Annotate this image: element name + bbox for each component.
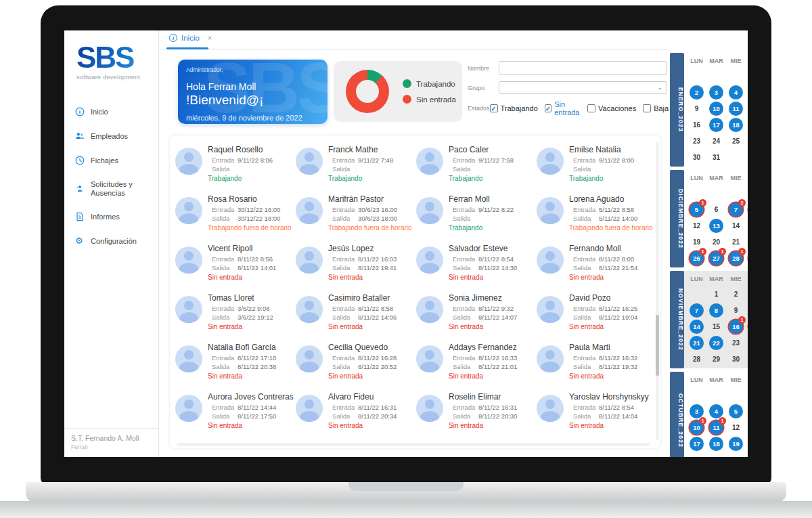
calendar-day[interactable]: 18 <box>726 118 746 132</box>
calendar-day[interactable]: 10 <box>746 303 748 318</box>
employee-card[interactable]: Natalia Bofi García Entrada 8/11/22 17:1… <box>175 343 296 392</box>
calendar-day[interactable]: 19 <box>746 118 748 132</box>
checkbox-vacaciones[interactable]: Vacaciones <box>587 104 636 112</box>
calendar-day[interactable]: 24 <box>706 137 726 145</box>
calendar-day[interactable]: 25 <box>726 137 746 145</box>
employee-card[interactable]: Aurora Joves Contreras Entrada 8/11/22 1… <box>175 392 296 441</box>
calendar-day[interactable]: 7 <box>687 303 706 318</box>
calendar-day[interactable]: 23 <box>726 339 746 347</box>
calendar-day[interactable]: 9 <box>687 105 706 112</box>
calendar-day[interactable]: 6 <box>706 206 726 213</box>
calendar-day[interactable]: 16 <box>687 121 706 129</box>
sidebar-item-inicio[interactable]: Inicio <box>64 100 158 124</box>
employee-card[interactable]: Raquel Rosello Entrada 9/11/22 8:06 Sali… <box>175 145 296 194</box>
vertical-scrollbar-thumb[interactable] <box>656 315 659 376</box>
calendar-day[interactable]: 19 <box>726 437 746 451</box>
calendar-day[interactable]: 3 <box>706 85 726 100</box>
employee-card[interactable]: Ferran Moll Entrada 9/11/22 8:22 Salida … <box>416 194 537 244</box>
employee-card[interactable]: Lorena Aguado Entrada 5/11/22 8:58 Salid… <box>537 194 657 244</box>
grupo-select[interactable]: ⌄ <box>499 81 667 94</box>
calendar-day[interactable]: 14 <box>687 320 706 334</box>
employee-card[interactable]: Roselin Elimar Entrada 8/11/22 16:31 Sal… <box>416 392 537 441</box>
checkbox-baja[interactable]: Baja <box>643 104 669 112</box>
employee-card[interactable]: Vicent Ripoll Entrada 8/11/22 8:56 Salid… <box>175 244 296 293</box>
calendar-day[interactable]: 5 <box>726 404 746 418</box>
calendar-day[interactable]: 291 <box>746 251 748 265</box>
calendar-day[interactable]: 14 <box>726 222 746 230</box>
employee-card[interactable]: Alvaro Fideu Entrada 8/11/22 16:31 Salid… <box>296 392 416 441</box>
employee-card[interactable]: Paula Marti Entrada 8/11/22 16:32 Salida… <box>537 343 657 392</box>
employee-card[interactable]: David Pozo Entrada 8/11/22 16:25 Salida … <box>537 293 657 343</box>
employee-card[interactable]: Yaroslav Horshynskyy Entrada 8/11/22 8:5… <box>537 392 657 441</box>
calendar-day[interactable]: 30 <box>687 154 706 161</box>
tab-inicio[interactable]: i Inicio × <box>168 34 215 46</box>
calendar-day[interactable]: 4 <box>726 85 746 100</box>
calendar-day[interactable]: 21 <box>726 238 746 246</box>
calendar-day[interactable]: 22 <box>746 238 748 246</box>
calendar-day[interactable]: 13 <box>746 420 748 435</box>
calendar-day[interactable]: 29 <box>706 355 726 363</box>
calendar-day[interactable]: 23 <box>687 137 706 145</box>
calendar-day[interactable]: 26 <box>726 456 746 458</box>
checkbox-sin-entrada[interactable]: ✓Sin entrada <box>545 100 581 116</box>
calendar-day[interactable]: 20 <box>746 437 748 451</box>
calendar-day[interactable]: 2 <box>726 290 746 298</box>
employee-card[interactable]: Salvador Esteve Entrada 8/11/22 8:54 Sal… <box>416 244 537 293</box>
calendar-day[interactable]: 25 <box>706 456 726 458</box>
employee-card[interactable]: Tomas Lloret Entrada 3/6/22 9:08 Salida … <box>175 293 296 343</box>
calendar-day[interactable]: 171 <box>746 320 748 334</box>
calendar-day[interactable]: 5 <box>746 85 748 100</box>
calendar-day[interactable]: 12 <box>746 102 748 116</box>
calendar-day[interactable]: 72 <box>726 202 746 217</box>
employee-card[interactable]: Casimiro Bataller Entrada 8/11/22 8:58 S… <box>296 293 416 343</box>
calendar-day[interactable]: 101 <box>687 420 706 435</box>
nombre-input[interactable] <box>499 61 667 75</box>
calendar-day[interactable]: 17 <box>706 118 726 132</box>
calendar-day[interactable]: 2 <box>687 85 706 100</box>
vertical-scrollbar[interactable] <box>656 142 659 440</box>
calendar-day[interactable]: 20 <box>706 238 726 246</box>
calendar-day[interactable]: 51 <box>687 202 706 217</box>
calendar-day[interactable]: 81 <box>746 202 748 217</box>
calendar-day[interactable]: 27 <box>746 456 748 458</box>
employee-card[interactable]: Emilse Natalia Entrada 9/11/22 8:00 Sali… <box>537 145 657 194</box>
sidebar-item-informes[interactable]: Informes <box>64 204 158 229</box>
calendar-day[interactable]: 30 <box>726 355 746 363</box>
calendar-day[interactable]: 19 <box>687 238 706 246</box>
calendar-day[interactable]: 1 <box>746 186 748 200</box>
calendar-day[interactable]: 24 <box>687 456 706 458</box>
calendar-day[interactable]: 12 <box>687 222 706 230</box>
employee-card[interactable]: Sonia Jimenez Entrada 8/11/22 9:32 Salid… <box>416 293 537 343</box>
employee-card[interactable]: Jesús Lopez Entrada 8/11/22 16:03 Salida… <box>296 244 416 293</box>
employee-card[interactable]: Paco Caler Entrada 9/11/22 7:58 Salida T… <box>416 145 537 194</box>
calendar-day[interactable]: 17 <box>687 437 706 451</box>
sidebar-item-empleados[interactable]: Empleados <box>64 124 158 148</box>
employee-card[interactable]: Marifrán Pastor Entrada 30/6/23 16:00 Sa… <box>296 194 416 244</box>
calendar-day[interactable]: 11 <box>726 102 746 116</box>
calendar-day[interactable]: 15 <box>746 222 748 230</box>
horizontal-scrollbar[interactable] <box>177 443 650 446</box>
calendar-day[interactable]: 22 <box>706 336 726 350</box>
calendar-day[interactable]: 6 <box>746 404 748 418</box>
calendar-day[interactable]: 18 <box>706 437 726 451</box>
sidebar-item-configuracion[interactable]: ⚙ Configuración <box>64 229 158 253</box>
calendar-day[interactable]: 10 <box>706 102 726 116</box>
employee-card[interactable]: Addays Fernandez Entrada 8/11/22 16:33 S… <box>416 343 537 392</box>
checkbox-trabajando[interactable]: ✓Trabajando <box>490 104 538 112</box>
calendar-day[interactable]: 13 <box>706 219 726 233</box>
close-icon[interactable]: × <box>208 34 212 42</box>
calendar-day[interactable]: 161 <box>726 320 746 334</box>
calendar-day[interactable]: 15 <box>706 323 726 330</box>
calendar-day[interactable]: 8 <box>706 303 726 318</box>
calendar-day[interactable]: 12 <box>726 424 746 431</box>
employee-card[interactable]: Rosa Rosario Entrada 30/12/22 16:00 Sali… <box>175 194 296 244</box>
employee-card[interactable]: Fernando Moll Entrada 8/11/22 8:00 Salid… <box>537 244 657 293</box>
calendar-day[interactable]: 111 <box>706 420 726 435</box>
calendar-day[interactable]: 1 <box>706 290 726 298</box>
calendar-day[interactable]: 24 <box>746 339 748 347</box>
calendar-day[interactable]: 21 <box>687 336 706 350</box>
calendar-day[interactable]: 26 <box>746 137 748 145</box>
employee-card[interactable]: Franck Mathe Entrada 9/11/22 7:48 Salida… <box>296 145 416 194</box>
calendar-day[interactable]: 31 <box>706 154 726 161</box>
sidebar-item-solicitudes[interactable]: Solicitudes y Ausencias <box>64 173 158 204</box>
